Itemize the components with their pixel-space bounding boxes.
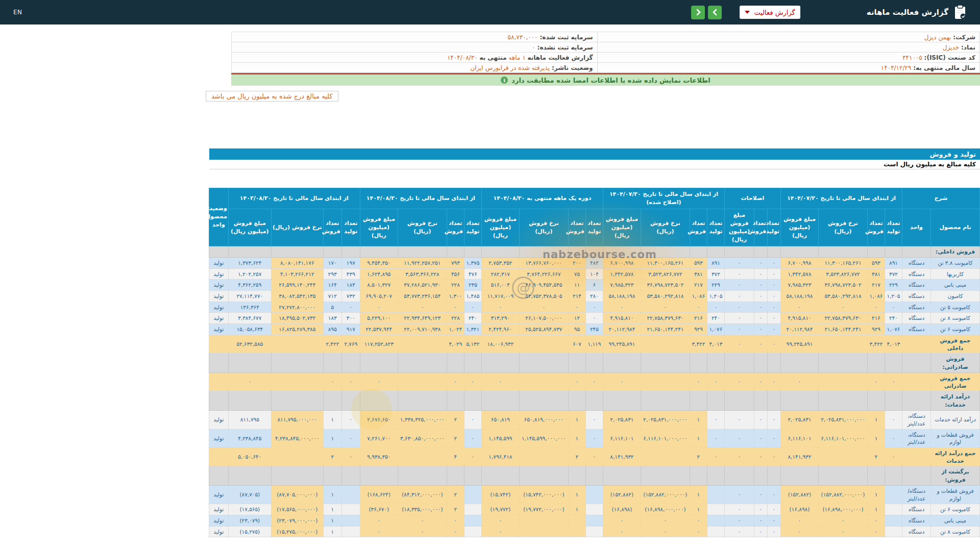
status-cell: تولید bbox=[209, 486, 228, 504]
table-cell: ۰ bbox=[780, 302, 818, 313]
table-cell: ۰ bbox=[341, 302, 360, 313]
production-sales-table-wrap: شرحاز ابتدای سال مالی تا تاریخ ۱۴۰۴/۰۷/۳… bbox=[209, 188, 980, 537]
status-cell: تولید bbox=[209, 313, 228, 324]
table-cell: ۰ bbox=[767, 291, 780, 302]
column-header: تعداد تولید bbox=[585, 209, 603, 246]
table-row: مینی باسدستگاه۰۰۰۰۰۰۰۰۰۰۰۰۰۱(۲۳,۰۷۹,۰۰۰,… bbox=[209, 515, 979, 527]
table-cell bbox=[271, 372, 323, 391]
table-cell bbox=[360, 391, 398, 411]
table-cell bbox=[885, 526, 902, 537]
table-cell: (۱۵۲,۸۸۲,۰۰۰,۰۰۰) bbox=[819, 486, 868, 504]
column-group-header: اصلاحات bbox=[724, 188, 780, 209]
table-cell bbox=[360, 246, 398, 257]
table-cell: ۵۹۳ bbox=[690, 258, 707, 269]
table-cell: ۲,۰۲۵,۸۳۱,۰۰۰,۰۰۰ bbox=[819, 411, 868, 429]
column-header: تعداد فروش bbox=[568, 209, 585, 246]
table-cell: ۰ bbox=[360, 302, 398, 313]
table-cell: ۰ bbox=[885, 372, 902, 391]
table-cell: ۲ bbox=[447, 429, 464, 447]
table-cell bbox=[568, 354, 585, 373]
table-cell bbox=[707, 354, 724, 373]
table-cell: ۲۷,۲۷۲,۸۰۰,۰۰۰ bbox=[271, 302, 323, 313]
table-cell: ۹۲۹ bbox=[690, 324, 707, 335]
table-cell bbox=[707, 504, 724, 515]
table-cell bbox=[754, 391, 767, 411]
table-cell bbox=[780, 354, 818, 373]
table-cell: ۴۵۶ bbox=[447, 268, 464, 280]
table-cell bbox=[902, 466, 931, 486]
table-cell: ۰ bbox=[360, 526, 398, 537]
table-cell: ۰ bbox=[341, 429, 360, 447]
table-cell: ۱ bbox=[690, 504, 707, 515]
table-cell: ۲,۰۲۵,۸۳۱ bbox=[780, 411, 818, 429]
table-cell bbox=[585, 246, 603, 257]
table-cell bbox=[885, 391, 902, 411]
table-cell bbox=[902, 246, 931, 257]
column-header: تعداد تولید bbox=[885, 209, 902, 246]
table-cell: ۲۲,۹۳۴,۶۴۹,۱۲۳ bbox=[398, 313, 447, 324]
table-cell: ۲ bbox=[323, 447, 341, 466]
table-cell: ۲۷,۱۱۴,۷۷۰ bbox=[228, 291, 271, 302]
table-cell: ۲۲,۷۵۸,۳۷۹,۶۳۰ bbox=[819, 313, 868, 324]
next-period-button[interactable] bbox=[691, 6, 705, 19]
table-cell: ۱۶,۸۲۵,۲۸۹,۳۸۵ bbox=[271, 324, 323, 335]
info-value: ۱۴۰۴/۰۸/۳۰ bbox=[447, 54, 478, 61]
table-cell: ۰ bbox=[707, 429, 724, 447]
page-title: گزارش فعالیت ماهانه bbox=[867, 8, 948, 17]
table-cell: (۳۶,۶۷۰) bbox=[360, 504, 398, 515]
table-cell: ۱۱۷,۲۵۲,۸۲۳ bbox=[360, 335, 398, 353]
table-cell: ۰ bbox=[819, 302, 868, 313]
table-cell: ۰ bbox=[868, 515, 885, 527]
table-cell bbox=[641, 391, 690, 411]
table-cell: ۰ bbox=[568, 372, 585, 391]
table-cell: ۰ bbox=[341, 411, 360, 429]
table-cell: ۰ bbox=[868, 526, 885, 537]
info-label: کد صنعت (ISIC): bbox=[924, 54, 975, 61]
table-cell: ۱۰۴ bbox=[585, 268, 603, 280]
table-row: جمع فروش داخلی۴,۰۱۳۳,۴۲۲۹۹,۲۴۵,۸۹۱۰۰۰۴,۰… bbox=[209, 335, 979, 353]
table-cell bbox=[690, 354, 707, 373]
table-cell bbox=[398, 372, 447, 391]
table-cell: ۲ bbox=[447, 486, 464, 504]
table-cell: ۲ bbox=[868, 447, 885, 466]
table-cell: ۴,۲۳۸,۸۴۵ bbox=[228, 429, 271, 447]
amounts-note: کلیه مبالغ درج شده به میلیون ریال می باش… bbox=[206, 91, 338, 102]
table-cell bbox=[641, 246, 690, 257]
column-header: تعداد تولید bbox=[341, 209, 360, 246]
table-cell: ۲۲,۷۵۸,۳۷۹,۶۳۰ bbox=[641, 313, 690, 324]
table-cell: ۳,۴۲۲ bbox=[868, 335, 885, 353]
status-cell: تولید bbox=[209, 411, 228, 429]
table-cell: ۰ bbox=[464, 429, 481, 447]
info-row: نماد: خدیزلسرمایه ثبت نشده: ۰ bbox=[232, 42, 980, 53]
table-row: فروش صادراتی: bbox=[209, 354, 979, 373]
table-cell bbox=[868, 246, 885, 257]
table-cell: ۰ bbox=[481, 302, 519, 313]
table-cell bbox=[724, 391, 754, 411]
table-cell: (۱۶,۸۹۸) bbox=[603, 504, 641, 515]
table-cell: ۱,۱۱۹ bbox=[585, 335, 603, 353]
table-cell: ۳,۵۲۳,۸۲۶,۷۷۲ bbox=[819, 268, 868, 280]
table-cell: ۰ bbox=[767, 372, 780, 391]
table-cell bbox=[885, 515, 902, 527]
table-cell: ۶ bbox=[585, 280, 603, 291]
table-cell: ۰ bbox=[767, 335, 780, 353]
table-cell: ۸,۱۴۱,۹۳۲ bbox=[780, 447, 818, 466]
period-nav-buttons bbox=[691, 6, 722, 19]
section-subtitle: کلیه مبالغ به میلیون ریال است bbox=[884, 161, 976, 168]
table-cell bbox=[519, 447, 568, 466]
table-cell: ۹,۴۵۴,۳۵۰ bbox=[360, 258, 398, 269]
table-cell: ۲۱۶ bbox=[690, 313, 707, 324]
unit-cell: دستگاه bbox=[902, 526, 931, 537]
previous-period-button[interactable] bbox=[708, 6, 722, 19]
table-cell: ۲۵,۵۲۵,۸۹۴,۷۳۷ bbox=[519, 324, 568, 335]
language-toggle-en[interactable]: EN bbox=[13, 9, 22, 16]
report-type-dropdown[interactable]: گزارش فعالیت bbox=[740, 6, 800, 19]
table-cell bbox=[819, 447, 868, 466]
table-cell bbox=[447, 354, 464, 373]
table-cell: ۷,۹۸۵,۳۲۳ bbox=[603, 280, 641, 291]
table-row: درآمد ارائه خدماتدستگاه، عدد/لیتر۰۱۲,۰۲۵… bbox=[209, 411, 979, 429]
table-cell: ۲۶,۵۹۹,۱۴۰,۲۴۴ bbox=[271, 280, 323, 291]
product-name-cell: فروش قطعات و لوازم bbox=[931, 486, 980, 504]
table-cell: ۲,۴۲۲ bbox=[323, 335, 341, 353]
table-cell: ۴,۳۶۲,۲۵۹ bbox=[228, 280, 271, 291]
